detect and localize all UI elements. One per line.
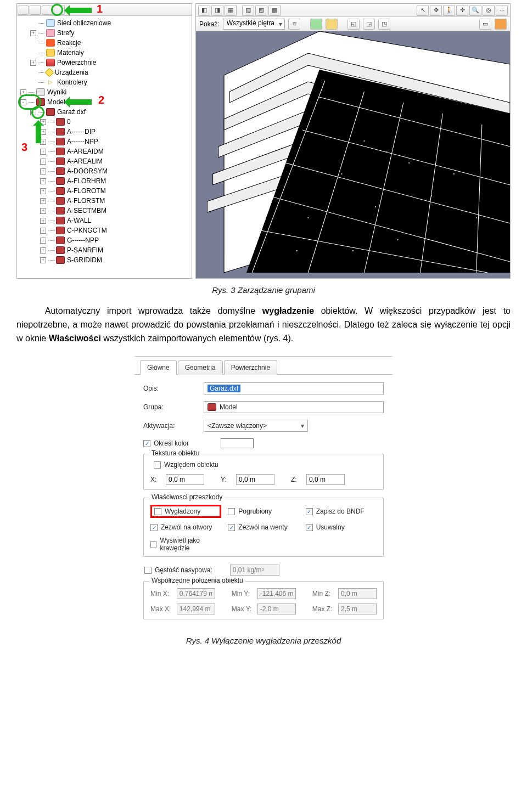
tree-item[interactable]: +G------NPP: [20, 235, 192, 245]
z-field[interactable]: [306, 474, 345, 485]
tree-item[interactable]: +A-FLOROTM: [20, 186, 192, 196]
aktywacja-select[interactable]: <Zawsze włączony>: [204, 420, 308, 432]
view-cube-icon[interactable]: ◧: [198, 5, 210, 16]
filter-icon[interactable]: ≋: [288, 19, 300, 30]
expand-toggle[interactable]: +: [40, 149, 46, 155]
tree-item[interactable]: +P-SANRFIM: [20, 245, 192, 255]
tree-item[interactable]: +Wyniki: [20, 87, 192, 97]
expand-toggle[interactable]: +: [40, 198, 46, 204]
3d-viewport[interactable]: [196, 31, 510, 278]
tree-item[interactable]: -Garaż.dxf: [20, 107, 192, 117]
x-field[interactable]: [166, 474, 204, 485]
tab-main[interactable]: Główne: [140, 360, 177, 375]
zapisz-checkbox[interactable]: ✓: [306, 508, 313, 515]
pan-icon[interactable]: ✛: [456, 5, 468, 16]
expand-toggle[interactable]: +: [40, 247, 46, 253]
view-cube-icon[interactable]: ◨: [211, 5, 223, 16]
shade-icon[interactable]: ▨: [255, 5, 267, 16]
toolbar-button[interactable]: [30, 5, 41, 15]
grupa-label: Grupa:: [143, 403, 198, 411]
tree-item[interactable]: -Model: [20, 97, 192, 107]
tree-item-label: Strefy: [57, 28, 74, 38]
tree-item-label: A------DIP: [67, 127, 96, 137]
tree-item[interactable]: +Strefy: [20, 28, 192, 38]
expand-toggle[interactable]: -: [20, 99, 26, 105]
okresl-kolor-checkbox[interactable]: ✓: [143, 440, 150, 447]
tree-item[interactable]: +C-PKNGCTM: [20, 225, 192, 235]
tree-item[interactable]: +A-WALL: [20, 216, 192, 225]
tree-item[interactable]: ▷Kontrolery: [20, 77, 192, 87]
tree-item-label: A-AREALIM: [67, 156, 103, 166]
toolbar-button[interactable]: [18, 5, 29, 15]
tab-surfaces[interactable]: Powierzchnie: [224, 360, 277, 375]
tree-item[interactable]: +A-DOORSYM: [20, 166, 192, 176]
tree-item[interactable]: +Powierzchnie: [20, 58, 192, 67]
expand-toggle[interactable]: -: [30, 109, 36, 115]
pogrubiony-checkbox[interactable]: [228, 508, 235, 515]
orbit-icon[interactable]: ✥: [430, 5, 442, 16]
expand-toggle[interactable]: +: [40, 228, 46, 234]
tree-item[interactable]: +0: [20, 117, 192, 127]
expand-toggle[interactable]: +: [40, 168, 46, 174]
tree-item[interactable]: +A-FLORSTM: [20, 196, 192, 206]
toggle-icon[interactable]: [495, 19, 507, 30]
expand-toggle[interactable]: +: [40, 238, 46, 244]
zezwol-otw-checkbox[interactable]: ✓: [150, 524, 158, 531]
tree-item[interactable]: Materiały: [20, 48, 192, 58]
tree-item[interactable]: +S-GRIDIDM: [20, 255, 192, 265]
expand-toggle[interactable]: +: [40, 218, 46, 224]
wygladzony-checkbox[interactable]: [154, 508, 161, 515]
tree-item[interactable]: +A-FLORHRM: [20, 176, 192, 186]
opis-field[interactable]: Garaż.dxf: [204, 382, 384, 394]
toolbar-button[interactable]: [42, 5, 53, 15]
expand-toggle[interactable]: +: [40, 178, 46, 184]
tree-item[interactable]: Urządzenia: [20, 67, 192, 77]
expand-toggle[interactable]: +: [20, 89, 26, 95]
tree-item[interactable]: +A-AREALIM: [20, 156, 192, 166]
cube-icon[interactable]: ◱: [347, 19, 360, 30]
tree[interactable]: Sieci obliczeniowe+StrefyReakcjeMateriał…: [17, 16, 192, 268]
shade-icon[interactable]: ▧: [242, 5, 254, 16]
tree-item[interactable]: +A-AREAIDM: [20, 146, 192, 156]
usuwalny-checkbox[interactable]: ✓: [306, 524, 313, 531]
zezwol-wenty-checkbox[interactable]: ✓: [228, 524, 235, 531]
tab-geometry[interactable]: Geometria: [178, 360, 223, 375]
layer-toggle-icon[interactable]: [326, 19, 338, 30]
expand-toggle[interactable]: +: [40, 188, 46, 194]
wyswietl-checkbox[interactable]: [150, 541, 156, 548]
gestosc-checkbox[interactable]: [144, 567, 152, 574]
toggle-icon[interactable]: ▭: [479, 19, 491, 30]
expand-toggle[interactable]: +: [40, 139, 46, 145]
tree-item[interactable]: +A------NPP: [20, 137, 192, 146]
expand-toggle[interactable]: +: [40, 208, 46, 214]
y-field[interactable]: [236, 474, 274, 485]
tree-item-label: Model: [47, 97, 65, 107]
grupa-field[interactable]: Model: [204, 401, 384, 413]
walk-icon[interactable]: 🚶: [443, 5, 455, 16]
cursor-icon[interactable]: ↖: [417, 5, 429, 16]
expand-toggle[interactable]: +: [40, 159, 46, 165]
tree-item[interactable]: Reakcje: [20, 38, 192, 48]
tree-item[interactable]: +A-SECTMBM: [20, 206, 192, 216]
expand-toggle[interactable]: +: [30, 30, 36, 36]
tree-node-icon: [56, 187, 65, 195]
expand-toggle[interactable]: +: [40, 257, 46, 263]
floor-select[interactable]: Wszystkie piętra: [223, 19, 285, 30]
wzgledem-checkbox[interactable]: [154, 461, 161, 469]
zezwol-otw-label: Zezwól na otwory: [161, 523, 212, 531]
layer-toggle-icon[interactable]: [310, 19, 322, 30]
toolbar-button[interactable]: [54, 5, 65, 15]
cube-icon[interactable]: ◳: [378, 19, 390, 30]
expand-toggle[interactable]: +: [30, 60, 36, 66]
tree-item[interactable]: Sieci obliczeniowe: [20, 18, 192, 28]
color-swatch[interactable]: [221, 438, 254, 448]
zoom-fit-icon[interactable]: ◎: [483, 5, 495, 16]
expand-toggle[interactable]: +: [40, 129, 46, 135]
expand-toggle[interactable]: +: [40, 119, 46, 125]
tree-item[interactable]: +A------DIP: [20, 127, 192, 137]
shade-icon[interactable]: ▩: [268, 5, 281, 16]
cube-icon[interactable]: ◲: [363, 19, 375, 30]
zoom-icon[interactable]: 🔍: [469, 5, 481, 16]
view-cube-icon[interactable]: ▦: [225, 5, 237, 16]
measure-icon[interactable]: ⊹: [496, 5, 508, 16]
